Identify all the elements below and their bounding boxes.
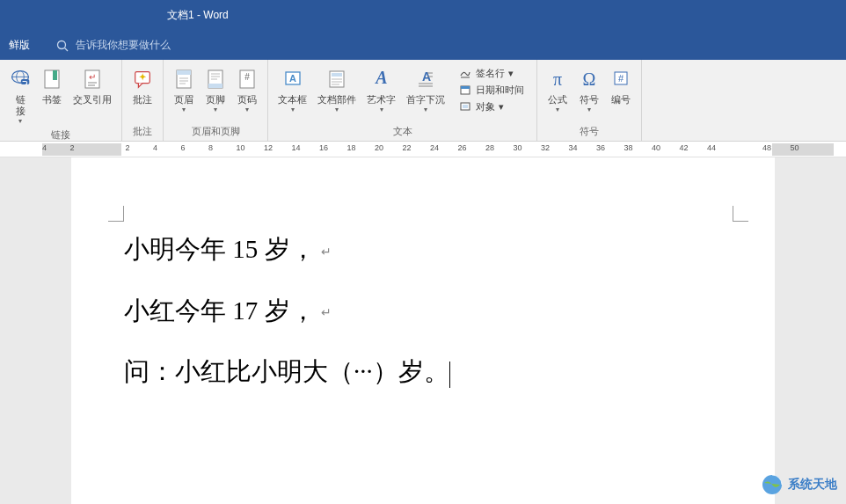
bookmark-label: 书签 bbox=[42, 94, 62, 106]
ruler-tick: 2 bbox=[126, 143, 130, 152]
footer-button[interactable]: 页脚 ▾ bbox=[201, 63, 230, 123]
pagenum-label: 页码 bbox=[237, 94, 257, 106]
signature-line-button[interactable]: 签名行 ▾ bbox=[455, 65, 528, 81]
dropdown-arrow-icon: ▾ bbox=[499, 101, 504, 113]
comment-button[interactable]: ✦ 批注 bbox=[128, 63, 157, 123]
comment-icon: ✦ bbox=[132, 65, 153, 93]
svg-text:#: # bbox=[618, 73, 624, 84]
ruler-tick: 36 bbox=[596, 143, 605, 152]
svg-text:A: A bbox=[374, 68, 387, 87]
document-body[interactable]: 小明今年 15 岁，↵ 小红今年 17 岁，↵ 问：小红比小明大（···）岁。 bbox=[124, 219, 722, 403]
textbox-label: 文本框 bbox=[278, 94, 307, 106]
wordart-button[interactable]: A 艺术字 ▾ bbox=[362, 63, 400, 123]
ruler-tick: 12 bbox=[264, 143, 273, 152]
object-icon bbox=[458, 99, 472, 113]
ruler-tick: 30 bbox=[514, 143, 522, 152]
document-page[interactable]: 小明今年 15 岁，↵ 小红今年 17 岁，↵ 问：小红比小明大（···）岁。 bbox=[71, 157, 775, 504]
signature-label: 签名行 bbox=[476, 67, 505, 80]
title-bar: 文档1 - Word bbox=[0, 0, 846, 31]
docparts-icon bbox=[326, 65, 347, 93]
number-icon: # bbox=[610, 65, 631, 93]
bookmark-button[interactable]: 书签 bbox=[37, 63, 67, 127]
equation-label: 公式 bbox=[548, 94, 567, 106]
dropdown-arrow-icon: ▾ bbox=[245, 106, 249, 113]
text-cursor bbox=[449, 362, 450, 388]
symbol-icon: Ω bbox=[579, 65, 600, 93]
svg-line-1 bbox=[65, 47, 69, 51]
crossref-icon: ↵ bbox=[82, 65, 103, 93]
ribbon-group-label: 文本 bbox=[273, 123, 531, 141]
ruler-tick: 20 bbox=[375, 143, 383, 152]
footer-label: 页脚 bbox=[206, 94, 225, 106]
header-icon bbox=[173, 65, 194, 93]
ruler-tick: 4 bbox=[42, 143, 47, 152]
ruler-tick: 50 bbox=[791, 143, 799, 152]
svg-text:Ω: Ω bbox=[583, 69, 596, 89]
datetime-button[interactable]: 日期和时间 bbox=[455, 82, 528, 98]
dropdown-arrow-icon: ▾ bbox=[424, 106, 427, 113]
signature-icon bbox=[458, 66, 472, 80]
dropdown-arrow-icon: ▾ bbox=[380, 106, 383, 113]
svg-rect-43 bbox=[463, 105, 468, 108]
document-area[interactable]: 小明今年 15 岁，↵ 小红今年 17 岁，↵ 问：小红比小明大（···）岁。 bbox=[0, 157, 846, 504]
svg-rect-41 bbox=[461, 86, 470, 89]
dropdown-arrow-icon: ▾ bbox=[335, 106, 339, 113]
globe-icon bbox=[760, 472, 784, 497]
svg-rect-20 bbox=[208, 84, 222, 88]
ruler-tick: 42 bbox=[680, 143, 689, 152]
equation-button[interactable]: π 公式 ▾ bbox=[543, 63, 573, 123]
header-button[interactable]: 页眉 ▾ bbox=[169, 63, 199, 123]
svg-text:#: # bbox=[244, 72, 250, 82]
datetime-label: 日期和时间 bbox=[476, 84, 524, 97]
ruler-tick: 18 bbox=[347, 143, 356, 152]
ruler-tick: 34 bbox=[569, 143, 578, 152]
ruler-tick: 6 bbox=[181, 143, 186, 152]
ribbon: 链 接 ▾ 书签 ↵ 交叉引用 链接 ✦ bbox=[0, 60, 846, 142]
tell-me-search[interactable]: 告诉我你想要做什么 bbox=[56, 38, 171, 53]
horizontal-ruler[interactable]: 4224681012141618202224262830323436384042… bbox=[0, 142, 846, 157]
ribbon-group-label: 页眉和页脚 bbox=[169, 123, 262, 141]
dropdown-arrow-icon: ▾ bbox=[182, 106, 186, 113]
ruler-tick: 26 bbox=[458, 143, 467, 152]
bookmark-icon bbox=[41, 65, 62, 93]
wordart-label: 艺术字 bbox=[367, 94, 396, 106]
equation-icon: π bbox=[547, 65, 568, 93]
link-button[interactable]: 链 接 ▾ bbox=[5, 63, 35, 127]
watermark: 系统天地 bbox=[760, 472, 837, 497]
dropdown-arrow-icon: ▾ bbox=[587, 106, 591, 113]
ribbon-group-links: 链 接 ▾ 书签 ↵ 交叉引用 链接 bbox=[0, 60, 122, 141]
tell-me-placeholder: 告诉我你想要做什么 bbox=[76, 38, 171, 53]
svg-rect-29 bbox=[332, 73, 342, 77]
document-line: 问：小红比小明大（···）岁。 bbox=[124, 341, 722, 403]
ribbon-group-comments: ✦ 批注 批注 bbox=[122, 60, 164, 141]
dropdown-arrow-icon: ▾ bbox=[291, 106, 295, 113]
ruler-tick: 10 bbox=[237, 143, 245, 152]
ruler-tick: 16 bbox=[319, 143, 328, 152]
object-button[interactable]: 对象 ▾ bbox=[455, 99, 528, 114]
tab-xianban[interactable]: 鲜版 bbox=[0, 32, 39, 59]
textbox-icon: A bbox=[282, 65, 303, 93]
document-title: 文档1 - Word bbox=[167, 8, 229, 23]
search-icon bbox=[56, 40, 69, 52]
footer-icon bbox=[205, 65, 226, 93]
dropcap-button[interactable]: A 首字下沉 ▾ bbox=[402, 63, 449, 123]
docparts-label: 文档部件 bbox=[317, 94, 356, 106]
margin-corner-icon bbox=[733, 206, 748, 222]
symbol-button[interactable]: Ω 符号 ▾ bbox=[574, 63, 604, 123]
dropcap-label: 首字下沉 bbox=[406, 94, 445, 106]
ruler-tick: 40 bbox=[652, 143, 660, 152]
document-line: 小红今年 17 岁，↵ bbox=[124, 281, 722, 342]
ruler-tick: 38 bbox=[624, 143, 633, 152]
docparts-button[interactable]: 文档部件 ▾ bbox=[313, 63, 361, 123]
number-button[interactable]: # 编号 bbox=[606, 63, 636, 123]
paragraph-mark-icon: ↵ bbox=[321, 245, 332, 259]
document-line: 小明今年 15 岁，↵ bbox=[124, 219, 722, 281]
crossref-button[interactable]: ↵ 交叉引用 bbox=[69, 63, 116, 127]
pagenum-button[interactable]: # 页码 ▾ bbox=[232, 63, 262, 123]
textbox-button[interactable]: A 文本框 ▾ bbox=[273, 63, 311, 123]
dropdown-arrow-icon: ▾ bbox=[508, 68, 514, 79]
dropcap-icon: A bbox=[415, 65, 436, 93]
svg-point-0 bbox=[58, 40, 66, 48]
tab-search-bar: 鲜版 告诉我你想要做什么 bbox=[0, 31, 846, 60]
ribbon-group-label: 符号 bbox=[543, 123, 636, 141]
